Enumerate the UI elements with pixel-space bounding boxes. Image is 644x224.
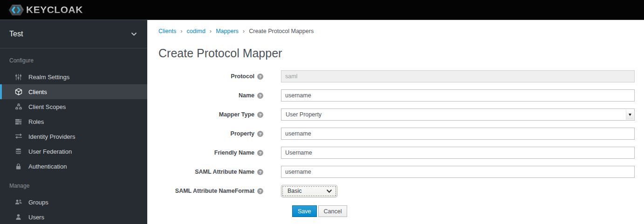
form-row-protocol: Protocol ? [158, 70, 644, 82]
sidebar-item-label: Identity Providers [28, 133, 75, 140]
property-label: Property ? [158, 130, 263, 137]
sidebar-item-identity-providers[interactable]: Identity Providers [0, 129, 147, 144]
sidebar-section-configure: Configure [9, 57, 147, 64]
protocol-label: Protocol ? [158, 73, 263, 80]
form-row-friendly-name: Friendly Name ? [158, 147, 644, 159]
sidebar-item-client-scopes[interactable]: Client Scopes [0, 99, 147, 114]
create-protocol-mapper-form: Protocol ? Name ? Mapper Type [158, 70, 644, 217]
list-icon [14, 118, 22, 126]
nameformat-value: Basic [288, 188, 302, 194]
breadcrumb-link-clients[interactable]: Clients [158, 28, 176, 34]
top-bar: KEYCLOAK [0, 0, 644, 20]
cube-icon [14, 88, 22, 96]
sidebar-item-label: Groups [28, 199, 48, 206]
sidebar-item-label: Users [28, 214, 44, 221]
sidebar: Test Configure Realm Settings [0, 20, 147, 224]
chevron-down-icon [626, 109, 634, 120]
cubes-icon [14, 103, 22, 111]
breadcrumb-link-mappers[interactable]: Mappers [216, 28, 239, 34]
keycloak-logo[interactable]: KEYCLOAK [7, 1, 83, 19]
mapper-type-label: Mapper Type ? [158, 111, 263, 118]
sidebar-item-label: Authentication [28, 163, 67, 170]
protocol-field [281, 70, 635, 82]
keycloak-hexagon-icon [7, 1, 25, 19]
database-icon [14, 148, 22, 156]
user-icon [14, 213, 22, 221]
sliders-icon [14, 73, 22, 81]
configure-nav-list: Realm Settings Clients [0, 69, 147, 174]
name-field[interactable] [281, 89, 635, 102]
mapper-type-value: User Property [286, 111, 322, 118]
sidebar-item-realm-settings[interactable]: Realm Settings [0, 69, 147, 84]
sidebar-item-users[interactable]: Users [0, 210, 147, 224]
form-row-saml-attribute-nameformat: SAML Attribute NameFormat ? Basic [158, 185, 644, 197]
sidebar-item-authentication[interactable]: Authentication [0, 159, 147, 174]
breadcrumb-separator: › [180, 27, 182, 34]
chevron-down-icon [327, 190, 332, 193]
help-icon[interactable]: ? [257, 93, 263, 99]
saml-attribute-name-label: SAML Attribute Name ? [158, 169, 263, 175]
sidebar-item-groups[interactable]: Groups [0, 195, 147, 210]
saml-attribute-name-field[interactable] [281, 166, 635, 178]
realm-selector[interactable]: Test [0, 20, 147, 48]
form-row-saml-attribute-name: SAML Attribute Name ? [158, 166, 644, 178]
sidebar-item-clients[interactable]: Clients [0, 84, 147, 99]
chevron-down-icon [131, 32, 137, 36]
page-title: Create Protocol Mapper [158, 47, 644, 60]
friendly-name-label: Friendly Name ? [158, 149, 263, 156]
logo-text: KEYCLOAK [26, 4, 83, 15]
breadcrumb-link-codimd[interactable]: codimd [187, 28, 206, 34]
help-icon[interactable]: ? [257, 112, 263, 118]
breadcrumb-current: Create Protocol Mappers [249, 28, 314, 34]
mapper-type-select[interactable]: User Property [281, 109, 635, 121]
lock-icon [14, 163, 22, 170]
sidebar-item-label: Client Scopes [28, 103, 66, 110]
saml-attribute-nameformat-select[interactable]: Basic [281, 185, 337, 197]
sidebar-item-label: User Federation [28, 148, 72, 155]
property-field[interactable] [281, 128, 635, 140]
main-content: Clients › codimd › Mappers › Create Prot… [147, 20, 644, 224]
breadcrumb-separator: › [210, 27, 212, 34]
form-row-name: Name ? [158, 89, 644, 102]
sidebar-item-label: Realm Settings [28, 74, 69, 81]
sidebar-item-label: Roles [28, 118, 44, 125]
form-actions: Save Cancel [292, 205, 644, 217]
help-icon[interactable]: ? [257, 131, 263, 137]
sidebar-item-user-federation[interactable]: User Federation [0, 144, 147, 159]
form-row-property: Property ? [158, 128, 644, 140]
sidebar-item-label: Clients [28, 88, 47, 95]
help-icon[interactable]: ? [257, 188, 263, 194]
realm-name: Test [9, 30, 23, 38]
sidebar-section-manage: Manage [9, 183, 147, 189]
sidebar-item-roles[interactable]: Roles [0, 114, 147, 129]
saml-attribute-nameformat-label: SAML Attribute NameFormat ? [158, 188, 263, 194]
help-icon[interactable]: ? [257, 74, 263, 80]
breadcrumb: Clients › codimd › Mappers › Create Prot… [147, 20, 644, 34]
help-icon[interactable]: ? [257, 150, 263, 156]
form-row-mapper-type: Mapper Type ? User Property [158, 109, 644, 121]
breadcrumb-separator: › [243, 27, 245, 34]
exchange-arrows-icon [14, 133, 22, 141]
manage-nav-list: Groups Users [0, 195, 147, 224]
name-label: Name ? [158, 92, 263, 99]
help-icon[interactable]: ? [257, 169, 263, 175]
users-group-icon [14, 198, 22, 206]
save-button[interactable]: Save [292, 205, 317, 217]
cancel-button[interactable]: Cancel [318, 205, 348, 217]
friendly-name-field[interactable] [281, 147, 635, 159]
